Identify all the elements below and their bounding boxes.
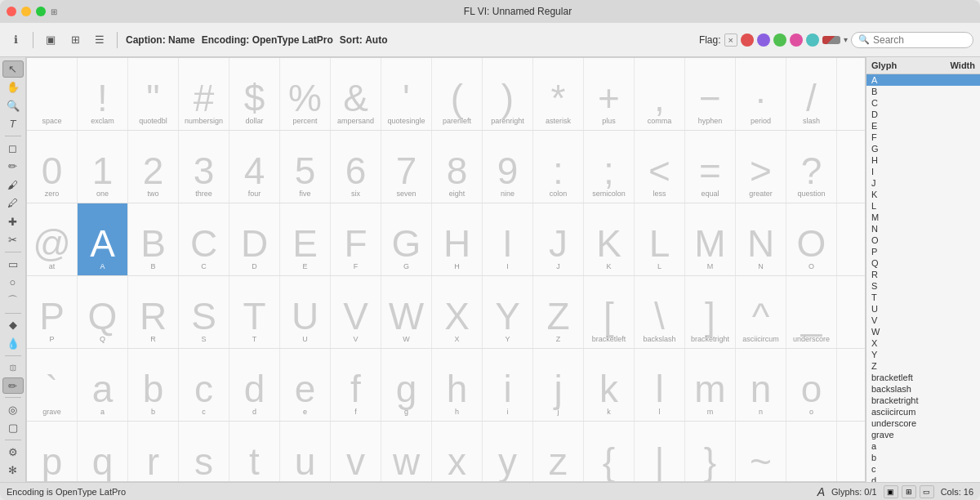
glyph-cell-A[interactable]: AA: [78, 203, 128, 275]
sidebar-item-V[interactable]: V: [866, 315, 980, 326]
glyph-cell-seven[interactable]: 7seven: [381, 131, 432, 203]
glyph-cell-I[interactable]: II: [483, 203, 533, 275]
sidebar-item-D[interactable]: D: [866, 109, 980, 120]
glyph-cell-e[interactable]: ee: [280, 349, 331, 421]
sidebar-item-H[interactable]: H: [866, 154, 980, 166]
pointer-tool[interactable]: ↖: [2, 60, 24, 78]
unknown-tool-1[interactable]: ⎅: [2, 359, 24, 376]
color-dot-red[interactable]: [741, 33, 754, 47]
glyph-cell-three[interactable]: 3three: [179, 131, 229, 203]
curve-tool[interactable]: ⌒: [2, 292, 24, 310]
glyph-cell-less[interactable]: <less: [635, 131, 685, 203]
glyph-cell-c[interactable]: cc: [179, 349, 229, 421]
sidebar-item-underscore[interactable]: underscore: [866, 417, 980, 429]
sidebar-item-S[interactable]: S: [866, 280, 980, 292]
glyph-cell-eight[interactable]: 8eight: [432, 131, 483, 203]
glyph-cell-quotesingle[interactable]: 'quotesingle: [381, 58, 432, 130]
sidebar-item-asciicircum[interactable]: asciicircum: [866, 406, 980, 417]
status-view-single[interactable]: ▣: [884, 485, 898, 498]
glyph-cell-braceleft[interactable]: {braceleft: [584, 422, 635, 482]
text-tool[interactable]: T: [2, 116, 24, 133]
glyph-cell-W[interactable]: WW: [381, 276, 432, 348]
glyph-cell-G[interactable]: GG: [381, 203, 432, 275]
glyph-cell-slash[interactable]: /slash: [786, 58, 837, 130]
sidebar-item-backslash[interactable]: backslash: [866, 383, 980, 395]
glyph-cell-k[interactable]: kk: [584, 349, 635, 421]
pencil-tool[interactable]: ✏: [2, 158, 24, 176]
sidebar-item-K[interactable]: K: [866, 189, 980, 200]
fill-tool[interactable]: ◆: [2, 316, 24, 333]
sidebar-item-P[interactable]: P: [866, 246, 980, 257]
glyph-cell-H[interactable]: HH: [432, 203, 483, 275]
glyph-cell-J[interactable]: JJ: [533, 203, 584, 275]
scissors-tool[interactable]: ✂: [2, 232, 24, 249]
glyph-cell-asciitilde[interactable]: ~asciitilde: [736, 422, 786, 482]
glyph-cell-a[interactable]: aa: [78, 349, 128, 421]
glyph-cell-o[interactable]: oo: [786, 349, 837, 421]
color-dot-purple[interactable]: [757, 33, 770, 47]
sidebar-item-O[interactable]: O: [866, 234, 980, 246]
sidebar-item-L[interactable]: L: [866, 200, 980, 212]
glyph-cell-P[interactable]: PP: [27, 276, 78, 348]
oval-tool[interactable]: ○: [2, 275, 24, 292]
glyph-cell-asterisk[interactable]: *asterisk: [533, 58, 584, 130]
glyph-grid-area[interactable]: space!exclam"quotedbl#numbersign$dollar%…: [26, 57, 866, 482]
glyph-cell-backslash[interactable]: \backslash: [635, 276, 685, 348]
glyph-cell-ampersand[interactable]: &ampersand: [331, 58, 381, 130]
glyph-cell-at[interactable]: @at: [27, 203, 78, 275]
sidebar-item-E[interactable]: E: [866, 120, 980, 132]
glyph-cell-equal[interactable]: =equal: [685, 131, 736, 203]
glyph-cell-underscore[interactable]: _underscore: [786, 276, 837, 348]
sidebar-item-W[interactable]: W: [866, 326, 980, 337]
sidebar-item-B[interactable]: B: [866, 86, 980, 97]
sidebar-item-Z[interactable]: Z: [866, 360, 980, 372]
color-dot-pink[interactable]: [790, 33, 803, 47]
sidebar-list[interactable]: ABCDEFGHIJKLMNOPQRSTUVWXYZbracketleftbac…: [866, 74, 980, 482]
glyph-cell-percent[interactable]: %percent: [280, 58, 331, 130]
glyph-cell-T[interactable]: TT: [229, 276, 280, 348]
sidebar-item-J[interactable]: J: [866, 177, 980, 189]
glyph-cell-parenright[interactable]: )parenright: [483, 58, 533, 130]
circle-tool[interactable]: ◎: [2, 401, 24, 418]
glyph-cell-space[interactable]: space: [27, 58, 78, 130]
glyph-cell-plus[interactable]: +plus: [584, 58, 635, 130]
status-view-grid[interactable]: ⊞: [902, 485, 916, 498]
glyph-cell-O[interactable]: OO: [786, 203, 837, 275]
info-button[interactable]: ℹ: [7, 31, 24, 49]
glyph-cell-dollar[interactable]: $dollar: [229, 58, 280, 130]
sidebar-item-bracketleft[interactable]: bracketleft: [866, 372, 980, 383]
color-dropdown-arrow[interactable]: ▾: [844, 35, 848, 44]
bottom-tool[interactable]: ✻: [2, 462, 24, 480]
sidebar-item-I[interactable]: I: [866, 166, 980, 177]
glyph-cell-y[interactable]: yy: [483, 422, 533, 482]
color-dot-teal[interactable]: [806, 33, 819, 47]
view-list-button[interactable]: ☰: [91, 31, 109, 49]
glyph-cell-u[interactable]: uu: [280, 422, 331, 482]
glyph-cell-bracketright[interactable]: ]bracketright: [685, 276, 736, 348]
eraser-tool[interactable]: ◻: [2, 140, 24, 157]
glyph-cell-zero[interactable]: 0zero: [27, 131, 78, 203]
glyph-cell-r[interactable]: rr: [128, 422, 179, 482]
sidebar-item-Y[interactable]: Y: [866, 349, 980, 360]
unknown-tool-2[interactable]: ✏: [2, 377, 24, 395]
close-button[interactable]: [7, 7, 16, 16]
glyph-cell-g[interactable]: gg: [381, 349, 432, 421]
hand-tool[interactable]: ✋: [2, 79, 24, 96]
search-input[interactable]: [873, 34, 966, 46]
search-box[interactable]: 🔍: [851, 32, 973, 48]
brush-tool[interactable]: 🖌: [2, 176, 24, 194]
maximize-button[interactable]: [36, 7, 46, 16]
glyph-cell-five[interactable]: 5five: [280, 131, 331, 203]
flag-x-button[interactable]: ×: [724, 33, 737, 47]
square-tool[interactable]: ▢: [2, 420, 24, 437]
glyph-cell-bracketleft[interactable]: [bracketleft: [584, 276, 635, 348]
rectangle-tool[interactable]: ▭: [2, 256, 24, 273]
glyph-cell-quotedbl[interactable]: "quotedbl: [128, 58, 179, 130]
sidebar-item-bracketright[interactable]: bracketright: [866, 395, 980, 406]
glyph-cell-F[interactable]: FF: [331, 203, 381, 275]
view-grid-button[interactable]: ⊞: [66, 31, 84, 49]
minimize-button[interactable]: [21, 7, 31, 16]
glyph-cell-X[interactable]: XX: [432, 276, 483, 348]
glyph-cell-x[interactable]: xx: [432, 422, 483, 482]
glyph-cell-six[interactable]: 6six: [331, 131, 381, 203]
